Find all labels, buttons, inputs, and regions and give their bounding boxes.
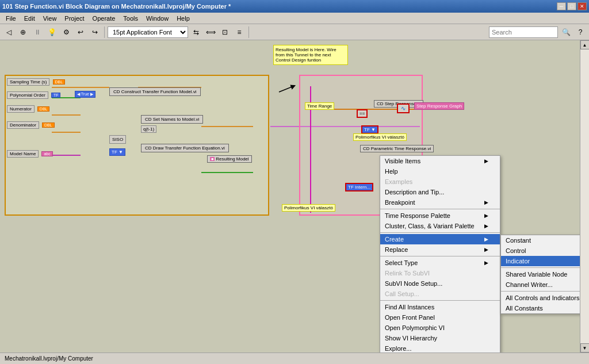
cd-construct-block: CD Construct Transfer Function Model.vi (109, 87, 201, 96)
cd-set-names-block: CD Set Names to Model.vi (141, 115, 203, 124)
true-false-toggle[interactable]: ◀ True ▶ (75, 90, 95, 98)
denominator-node: Denominator DBL (7, 121, 55, 129)
tf-dropdown[interactable]: TF ▼ (361, 125, 378, 134)
toolbar: ◁ ⊕ ⏸ 💡 ⚙ ↩ ↪ 15pt Application Font ⇆ ⟺ … (0, 24, 589, 40)
toolbar-resize-btn[interactable]: ⊡ (219, 26, 231, 39)
menu-edit[interactable]: Edit (21, 14, 39, 23)
menu-breakpoint[interactable]: Breakpoint ▶ (380, 197, 500, 208)
menu-operate[interactable]: Operate (89, 14, 119, 23)
menu-open-polymorphic[interactable]: Open Polymorphic VI (380, 323, 500, 333)
cd-draw-block: CD Draw Transfer Function Equation.vi (141, 144, 229, 152)
toolbar-back-btn[interactable]: ◁ (2, 26, 15, 39)
search-btn[interactable]: 🔍 (560, 26, 572, 39)
toolbar-align-btn[interactable]: ⇆ (190, 26, 202, 39)
submenu-all-controls[interactable]: All Controls and Indicators (501, 293, 580, 303)
submenu-indicator[interactable]: Indicator (501, 256, 580, 266)
title-bar-buttons[interactable]: ─ □ ✕ (557, 2, 587, 10)
menu-find-instances[interactable]: Find All Instances (380, 302, 500, 312)
toolbar-sep1 (104, 26, 105, 38)
toolbar-run-btn[interactable]: ⏸ (31, 26, 44, 39)
submenu-channel-writer[interactable]: Channel Writer... (501, 279, 580, 290)
menu-visible-items[interactable]: Visible Items ▶ (380, 156, 500, 166)
time-range-terminal: == (357, 109, 368, 118)
toolbar-dist-btn[interactable]: ⟺ (204, 26, 217, 39)
font-dropdown[interactable]: 15pt Application Font (108, 26, 188, 38)
status-bar: Mechatronikall.lvproj/My Computer (0, 352, 589, 364)
sub-sep1 (501, 267, 580, 268)
toolbar-sep2 (248, 26, 249, 38)
qt1-indicator: q(t-1) (141, 125, 156, 133)
scroll-down-btn[interactable]: ▼ (580, 343, 590, 352)
numerator-node: Numerator DBL (7, 105, 49, 113)
menu-cluster[interactable]: Cluster, Class, & Variant Palette ▶ (380, 221, 500, 231)
toolbar-debug1-btn[interactable]: ⚙ (60, 26, 72, 39)
menu-create[interactable]: Create ▶ (380, 234, 500, 244)
svg-line-13 (279, 86, 293, 92)
menu-window[interactable]: Window (143, 14, 172, 23)
menu-subvi-setup[interactable]: SubVI Node Setup... (380, 278, 500, 289)
menu-examples: Examples (380, 177, 500, 187)
resulting-model-block: ■ Resulting Model (207, 155, 252, 163)
close-button[interactable]: ✕ (577, 2, 587, 10)
menu-help[interactable]: Help (173, 14, 193, 23)
menu-file[interactable]: File (2, 14, 20, 23)
submenu-control[interactable]: Control (501, 246, 580, 256)
title-bar: 101 Step Function.vi Block Diagram on Me… (0, 0, 589, 13)
step-response-graph: Step Response Graph (414, 102, 464, 110)
menu-project[interactable]: Project (61, 14, 87, 23)
polynomial-order-node: Polynomial Order TF (7, 91, 60, 99)
menu-relink: Relink To SubVI (380, 268, 500, 278)
sub-sep2 (501, 291, 580, 292)
resulting-model-label: Resulting Model is Here. Wire from this … (273, 45, 348, 65)
restore-button[interactable]: □ (567, 2, 576, 10)
model-name-node: Model Name abc (7, 150, 53, 158)
toolbar-forward-btn[interactable]: ⊕ (17, 26, 29, 39)
right-scrollbar[interactable]: ▲ ▼ (580, 40, 589, 352)
sep4 (380, 300, 500, 301)
create-submenu: Constant Control Indicator Shared Variab… (500, 235, 580, 314)
sep1 (380, 209, 500, 209)
menu-show-hierarchy[interactable]: Show VI Hierarchy (380, 333, 500, 343)
polimorfikus-label-top: Polimorfikus VI választó (353, 133, 407, 141)
toolbar-order-btn[interactable]: ≡ (233, 26, 246, 39)
menu-help[interactable]: Help (380, 166, 500, 177)
time-range-label: Time Range (305, 102, 334, 110)
sampling-time-node: Sampling Time (s) DBL (7, 78, 65, 86)
submenu-constant[interactable]: Constant (501, 235, 580, 246)
submenu-shared-variable[interactable]: Shared Variable Node ▶ (501, 269, 580, 279)
cd-parametric-block: CD Parametric Time Response.vi (360, 145, 434, 152)
search-input[interactable] (489, 26, 558, 38)
scroll-track[interactable] (580, 49, 590, 343)
menu-explore[interactable]: Explore... (380, 343, 500, 352)
canvas-area: Resulting Model is Here. Wire from this … (0, 40, 580, 352)
menu-view[interactable]: View (40, 14, 60, 23)
menu-bar: File Edit View Project Operate Tools Win… (0, 13, 589, 24)
waveform-icon: ∿ (397, 104, 410, 113)
status-text: Mechatronikall.lvproj/My Computer (5, 355, 93, 362)
menu-call-setup: Call Setup... (380, 289, 500, 299)
main-area: Resulting Model is Here. Wire from this … (0, 40, 589, 352)
menu-tools[interactable]: Tools (120, 14, 141, 23)
context-menu: Visible Items ▶ Help Examples Descriptio… (380, 155, 500, 352)
polimorfikus-label-bottom: Polimorfikus VI választó (282, 204, 335, 212)
menu-time-response[interactable]: Time Response Palette ▶ (380, 210, 500, 221)
menu-description[interactable]: Description and Tip... (380, 187, 500, 197)
sep2 (380, 232, 500, 233)
minimize-button[interactable]: ─ (557, 2, 566, 10)
sep3 (380, 256, 500, 256)
toolbar-bulb-btn[interactable]: 💡 (45, 26, 58, 39)
scroll-up-btn[interactable]: ▲ (580, 40, 590, 49)
tf-intern-label: TF Intern... (345, 183, 373, 191)
menu-replace[interactable]: Replace ▶ (380, 244, 500, 255)
siso-block: SISO (109, 135, 126, 144)
toolbar-debug3-btn[interactable]: ↪ (89, 26, 101, 39)
help-btn[interactable]: ? (574, 26, 587, 39)
menu-open-front-panel[interactable]: Open Front Panel (380, 312, 500, 323)
toolbar-debug2-btn[interactable]: ↩ (74, 26, 87, 39)
menu-select-type[interactable]: Select Type ▶ (380, 258, 500, 268)
tf-block: TF ▼ (109, 148, 125, 156)
title-bar-text: 101 Step Function.vi Block Diagram on Me… (2, 3, 231, 10)
submenu-all-constants[interactable]: All Constants (501, 303, 580, 313)
